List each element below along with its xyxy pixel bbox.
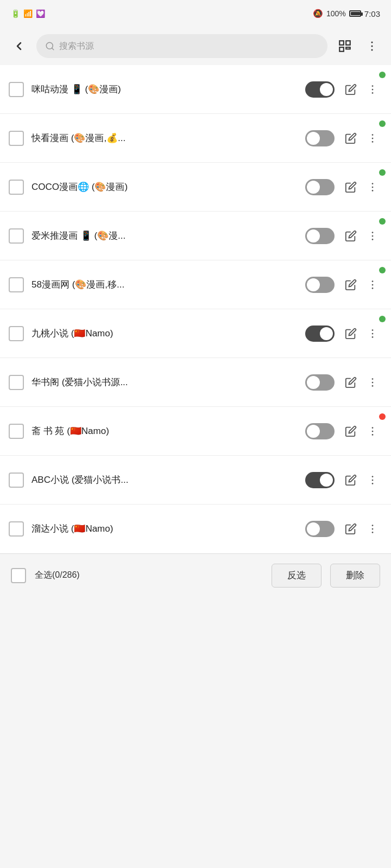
item-actions bbox=[305, 80, 382, 99]
item-actions bbox=[305, 373, 382, 392]
toggle-switch[interactable] bbox=[305, 472, 335, 488]
grid-button[interactable] bbox=[334, 35, 356, 57]
item-more-button[interactable] bbox=[363, 80, 382, 99]
toggle-switch[interactable] bbox=[305, 326, 335, 342]
svg-point-10 bbox=[372, 88, 374, 90]
item-checkbox[interactable] bbox=[9, 277, 24, 292]
toggle-switch[interactable] bbox=[305, 228, 335, 244]
item-actions bbox=[305, 177, 382, 197]
toggle-switch[interactable] bbox=[305, 179, 335, 195]
bottom-bar: 全选(0/286) 反选 删除 bbox=[0, 553, 391, 597]
item-title: COCO漫画🌐 (🎨漫画) bbox=[31, 181, 305, 194]
select-all-checkbox[interactable] bbox=[11, 568, 26, 583]
svg-point-19 bbox=[372, 235, 374, 237]
sim-icon: 🔋 bbox=[11, 9, 20, 18]
toggle-switch[interactable] bbox=[305, 521, 335, 537]
item-actions bbox=[305, 324, 382, 343]
edit-button[interactable] bbox=[341, 177, 361, 197]
item-actions bbox=[305, 226, 382, 246]
item-more-button[interactable] bbox=[363, 422, 382, 441]
svg-point-20 bbox=[372, 239, 374, 240]
item-more-button[interactable] bbox=[363, 226, 382, 246]
edit-button[interactable] bbox=[341, 324, 361, 343]
svg-point-33 bbox=[372, 476, 374, 477]
item-checkbox[interactable] bbox=[9, 82, 24, 97]
edit-button[interactable] bbox=[341, 226, 361, 246]
svg-rect-2 bbox=[339, 41, 344, 45]
svg-rect-3 bbox=[346, 41, 350, 45]
item-more-button[interactable] bbox=[363, 324, 382, 343]
item-checkbox[interactable] bbox=[9, 473, 24, 488]
bell-muted-icon: 🔕 bbox=[313, 9, 323, 18]
item-more-button[interactable] bbox=[363, 373, 382, 392]
list-item: 咪咕动漫 📱 (🎨漫画) bbox=[0, 65, 391, 114]
item-title: 华书阁 (爱猫小说书源... bbox=[31, 376, 305, 389]
invert-button[interactable]: 反选 bbox=[272, 564, 321, 588]
item-title: 咪咕动漫 📱 (🎨漫画) bbox=[31, 83, 305, 96]
item-more-button[interactable] bbox=[363, 519, 382, 539]
item-checkbox[interactable] bbox=[9, 521, 24, 537]
item-checkbox[interactable] bbox=[9, 131, 24, 146]
list-item: 58漫画网 (🎨漫画,移... bbox=[0, 260, 391, 309]
status-dot bbox=[379, 169, 386, 176]
item-title: 爱米推漫画 📱 (🎨漫... bbox=[31, 229, 305, 242]
list-item: 溜达小说 (🇨🇳Namo) bbox=[0, 505, 391, 553]
time-display: 7:03 bbox=[364, 9, 380, 18]
status-right: 🔕 100% 7:03 bbox=[313, 9, 380, 18]
toggle-switch[interactable] bbox=[305, 81, 335, 98]
edit-button[interactable] bbox=[341, 80, 361, 99]
item-checkbox[interactable] bbox=[9, 326, 24, 341]
list-item: 华书阁 (爱猫小说书源... bbox=[0, 358, 391, 407]
list-item: 斋 书 苑 (🇨🇳Namo) bbox=[0, 407, 391, 456]
item-more-button[interactable] bbox=[363, 177, 382, 197]
battery-percent: 100% bbox=[326, 9, 346, 18]
svg-point-24 bbox=[372, 329, 374, 331]
svg-point-14 bbox=[372, 141, 374, 143]
svg-point-30 bbox=[372, 427, 374, 429]
edit-button[interactable] bbox=[341, 470, 361, 490]
svg-point-37 bbox=[372, 528, 374, 530]
list-item: 快看漫画 (🎨漫画,💰... bbox=[0, 114, 391, 163]
svg-point-27 bbox=[372, 378, 374, 380]
edit-button[interactable] bbox=[341, 129, 361, 148]
svg-rect-4 bbox=[339, 47, 344, 52]
item-title: 斋 书 苑 (🇨🇳Namo) bbox=[31, 425, 305, 438]
edit-button[interactable] bbox=[341, 275, 361, 295]
svg-point-15 bbox=[372, 183, 374, 184]
svg-point-17 bbox=[372, 190, 374, 192]
item-checkbox[interactable] bbox=[9, 180, 24, 195]
item-checkbox[interactable] bbox=[9, 375, 24, 390]
edit-button[interactable] bbox=[341, 373, 361, 392]
item-more-button[interactable] bbox=[363, 470, 382, 490]
item-checkbox[interactable] bbox=[9, 424, 24, 439]
toggle-switch[interactable] bbox=[305, 277, 335, 293]
search-bar[interactable]: 搜索书源 bbox=[36, 34, 327, 58]
top-bar-actions bbox=[334, 35, 383, 57]
status-dot bbox=[379, 72, 386, 78]
toggle-switch[interactable] bbox=[305, 423, 335, 439]
edit-button[interactable] bbox=[341, 519, 361, 539]
list-item: ABC小说 (爱猫小说书... bbox=[0, 456, 391, 505]
item-checkbox[interactable] bbox=[9, 228, 24, 244]
delete-button[interactable]: 删除 bbox=[330, 564, 380, 588]
item-more-button[interactable] bbox=[363, 129, 382, 148]
svg-point-35 bbox=[372, 483, 374, 484]
svg-point-7 bbox=[371, 46, 373, 47]
item-actions bbox=[305, 129, 382, 148]
svg-point-9 bbox=[372, 85, 374, 87]
toggle-switch[interactable] bbox=[305, 130, 335, 146]
svg-point-22 bbox=[372, 284, 374, 285]
item-actions bbox=[305, 519, 382, 539]
status-dot bbox=[379, 120, 386, 127]
back-button[interactable] bbox=[8, 35, 30, 57]
wifi-icon: 📶 bbox=[23, 9, 33, 18]
item-actions bbox=[305, 422, 382, 441]
edit-button[interactable] bbox=[341, 422, 361, 441]
svg-point-18 bbox=[372, 232, 374, 233]
more-button[interactable] bbox=[361, 35, 383, 57]
svg-point-21 bbox=[372, 280, 374, 282]
svg-point-28 bbox=[372, 381, 374, 383]
status-dot bbox=[379, 267, 386, 273]
item-more-button[interactable] bbox=[363, 275, 382, 295]
toggle-switch[interactable] bbox=[305, 374, 335, 391]
